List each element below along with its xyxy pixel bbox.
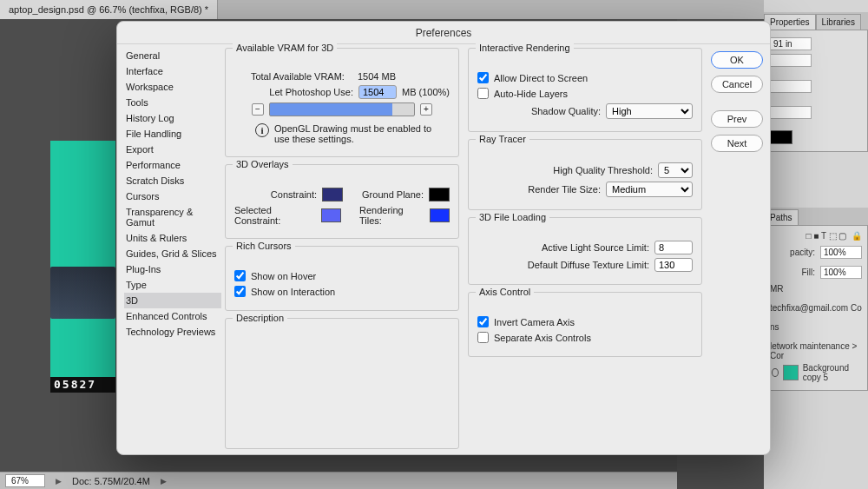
separate-axis-checkbox[interactable] [477, 332, 489, 343]
texture-limit-input[interactable] [654, 258, 693, 272]
group-title: Rich Cursors [233, 241, 295, 251]
increment-button[interactable]: + [420, 103, 432, 116]
height-field[interactable] [770, 54, 812, 67]
show-on-interaction-checkbox[interactable] [234, 286, 246, 297]
vram-suffix: MB (100%) [402, 87, 450, 97]
sidebar-item-file-handling[interactable]: File Handling [124, 126, 221, 142]
vram-slider[interactable] [269, 102, 415, 116]
show-on-hover-checkbox[interactable] [234, 270, 246, 281]
opacity-field[interactable]: 100% [820, 246, 862, 259]
constraint-swatch[interactable] [322, 188, 343, 202]
group-overlays: 3D Overlays Constraint: Ground Plane: Se… [225, 164, 459, 239]
fill-label: Fill: [801, 268, 815, 277]
chevron-right-icon[interactable]: ▶ [56, 477, 62, 486]
separate-axis-label: Separate Axis Controls [494, 333, 591, 343]
zoom-field[interactable]: 67% [5, 474, 45, 487]
shadow-quality-label: Shadow Quality: [531, 106, 601, 116]
sidebar-item-3d[interactable]: 3D [124, 293, 221, 308]
sidebar-item-units-rulers[interactable]: Units & Rulers [124, 230, 221, 246]
vram-input[interactable] [358, 85, 397, 99]
layer-thumbnail [783, 365, 798, 380]
hq-threshold-select[interactable]: 5 [658, 162, 693, 178]
group-rich-cursors: Rich Cursors Show on Hover Show on Inter… [225, 246, 459, 311]
direct-to-screen-label: Allow Direct to Screen [494, 73, 588, 83]
art-banner-text: 05827 [50, 377, 115, 393]
decrement-button[interactable]: − [252, 103, 264, 116]
invert-axis-label: Invert Camera Axis [494, 317, 575, 327]
auto-hide-layers-label: Auto-Hide Layers [494, 89, 568, 99]
sidebar-item-plug-ins[interactable]: Plug-Ins [124, 261, 221, 277]
render-tile-size-select[interactable]: Medium [606, 182, 693, 197]
text-fragment: MR [770, 284, 862, 294]
selected-constraint-label: Selected Constraint: [234, 205, 316, 226]
sidebar-item-type[interactable]: Type [124, 277, 221, 293]
email-text: techfixa@gmail.com Co [770, 303, 862, 313]
visibility-icon[interactable] [772, 368, 779, 377]
use-vram-label: Let Photoshop Use: [269, 87, 353, 97]
total-vram-label: Total Available VRAM: [251, 71, 345, 82]
ground-plane-label: Ground Plane: [362, 189, 424, 200]
sidebar-item-performance[interactable]: Performance [124, 157, 221, 173]
shadow-quality-select[interactable]: High [606, 103, 693, 119]
sidebar-item-tools[interactable]: Tools [124, 95, 221, 110]
layer-row[interactable]: Background copy 5 [770, 360, 862, 385]
selected-constraint-swatch[interactable] [321, 208, 341, 222]
sidebar-item-general[interactable]: General [124, 48, 221, 63]
auto-hide-layers-checkbox[interactable] [477, 88, 489, 99]
document-tab[interactable]: aptop_design.psd @ 66.7% (techfixa, RGB/… [0, 0, 218, 19]
ok-button[interactable]: OK [711, 51, 763, 69]
tab-properties[interactable]: Properties [764, 14, 816, 30]
info-icon: i [255, 123, 269, 137]
light-limit-label: Active Light Source Limit: [542, 242, 649, 253]
doc-size-readout: Doc: 5.75M/20.4M [72, 476, 150, 486]
total-vram-value: 1504 MB [358, 71, 396, 82]
group-axis-control: Axis Control Invert Camera Axis Separate… [468, 292, 702, 357]
vram-note: OpenGL Drawing must be enabled to use th… [274, 123, 448, 144]
sidebar-item-scratch-disks[interactable]: Scratch Disks [124, 173, 221, 188]
sidebar-item-transparency-gamut[interactable]: Transparency & Gamut [124, 204, 221, 230]
misc-dropdown-2[interactable] [770, 106, 812, 119]
sidebar-item-export[interactable]: Export [124, 142, 221, 157]
misc-dropdown[interactable] [770, 80, 812, 93]
group-title: 3D Overlays [233, 159, 293, 169]
direct-to-screen-checkbox[interactable] [477, 72, 489, 83]
breadcrumb-fragment: letwork maintenance > Cor [770, 341, 862, 360]
next-button[interactable]: Next [711, 135, 763, 152]
group-title: Description [233, 313, 287, 323]
fill-field[interactable]: 100% [820, 266, 862, 279]
texture-limit-label: Default Diffuse Texture Limit: [528, 260, 649, 270]
light-limit-input[interactable] [654, 241, 693, 254]
opacity-label: pacity: [790, 248, 815, 257]
show-on-interaction-label: Show on Interaction [251, 287, 335, 297]
cancel-button[interactable]: Cancel [711, 76, 763, 93]
group-title: Axis Control [476, 287, 534, 297]
sidebar-item-cursors[interactable]: Cursors [124, 188, 221, 204]
status-bar: 67% ▶ Doc: 5.75M/20.4M ▶ [0, 472, 677, 489]
preferences-dialog: Preferences GeneralInterfaceWorkspaceToo… [116, 21, 771, 455]
sidebar-item-guides-grid-slices[interactable]: Guides, Grid & Slices [124, 246, 221, 261]
rendering-tiles-swatch[interactable] [430, 208, 450, 222]
render-tile-size-label: Render Tile Size: [528, 184, 601, 195]
group-title: 3D File Loading [476, 212, 549, 222]
dialog-button-column: OK Cancel Prev Next [709, 44, 770, 454]
width-field[interactable]: 91 in [770, 37, 812, 50]
right-panel-stack: Properties Libraries 91 in Paths □ ■ T ⬚… [764, 0, 868, 489]
prev-button[interactable]: Prev [711, 110, 763, 128]
group-ray-tracer: Ray Tracer High Quality Threshold: 5 Ren… [468, 139, 702, 210]
text-fragment: ns [770, 322, 862, 332]
sidebar-item-technology-previews[interactable]: Technology Previews [124, 324, 221, 340]
color-swatch[interactable] [770, 130, 792, 144]
group-title: Available VRAM for 3D [233, 43, 337, 53]
sidebar-item-enhanced-controls[interactable]: Enhanced Controls [124, 308, 221, 324]
invert-axis-checkbox[interactable] [477, 316, 489, 327]
dialog-title: Preferences [117, 22, 770, 44]
tab-libraries[interactable]: Libraries [816, 14, 861, 30]
sidebar-item-interface[interactable]: Interface [124, 63, 221, 79]
sidebar-item-history-log[interactable]: History Log [124, 110, 221, 126]
sidebar-item-workspace[interactable]: Workspace [124, 79, 221, 95]
group-title: Interactive Rendering [476, 43, 574, 53]
preferences-sidebar: GeneralInterfaceWorkspaceToolsHistory Lo… [117, 44, 221, 454]
hq-threshold-label: High Quality Threshold: [553, 165, 653, 175]
ground-plane-swatch[interactable] [429, 188, 450, 202]
chevron-right-icon[interactable]: ▶ [161, 477, 167, 486]
